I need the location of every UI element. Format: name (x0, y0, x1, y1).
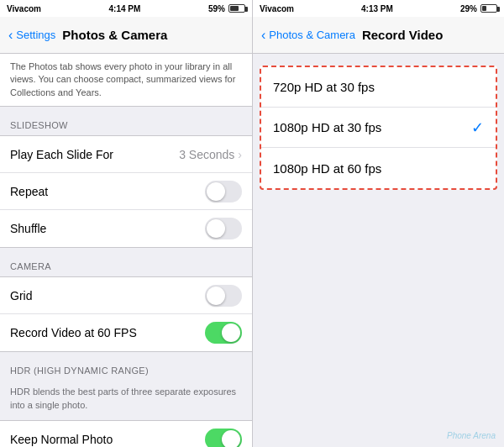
back-button-right[interactable]: ‹ Photos & Camera (261, 28, 355, 43)
toggle-repeat[interactable] (205, 181, 242, 202)
carrier-left: Vivacom (7, 4, 41, 13)
row-play-each-slide[interactable]: Play Each Slide For 3 Seconds › (0, 136, 252, 173)
row-grid: Grid (0, 277, 252, 314)
option-1080p-60[interactable]: 1080p HD at 60 fps (261, 148, 496, 188)
label-record-video-60fps: Record Video at 60 FPS (10, 326, 137, 339)
nav-bar-left: ‹ Settings Photos & Camera (0, 17, 252, 54)
toggle-shuffle[interactable] (205, 218, 242, 239)
option-720p[interactable]: 720p HD at 30 fps (261, 67, 496, 108)
content-left: The Photos tab shows every photo in your… (0, 54, 252, 447)
battery-percent-left: 59% (208, 4, 225, 13)
section-header-slideshow: SLIDESHOW (0, 107, 252, 135)
row-shuffle: Shuffle (0, 210, 252, 247)
hdr-note: HDR blends the best parts of three separ… (0, 381, 252, 420)
battery-fill-right (482, 6, 486, 11)
row-keep-normal-photo: Keep Normal Photo (0, 421, 252, 447)
toggle-thumb-repeat (207, 182, 225, 201)
record-video-options-group: 720p HD at 30 fps 1080p HD at 30 fps ✓ 1… (260, 66, 497, 190)
chevron-play-each-slide: › (238, 148, 242, 161)
battery-fill-left (230, 6, 239, 11)
label-play-each-slide: Play Each Slide For (10, 148, 113, 161)
hdr-group: Keep Normal Photo (0, 420, 252, 447)
label-1080p-30: 1080p HD at 30 fps (273, 120, 381, 134)
back-label-right: Photos & Camera (269, 29, 355, 41)
label-keep-normal-photo: Keep Normal Photo (10, 433, 113, 446)
battery-icon-left (228, 4, 245, 13)
back-label-left: Settings (16, 29, 55, 41)
battery-icon-right (480, 4, 497, 13)
toggle-grid[interactable] (205, 285, 242, 307)
back-button-left[interactable]: ‹ Settings (8, 28, 55, 43)
page-title-left: Photos & Camera (62, 28, 167, 42)
status-right-left: 59% (208, 4, 245, 13)
toggle-thumb-keep-normal (222, 430, 240, 447)
label-shuffle: Shuffle (10, 222, 46, 235)
row-repeat: Repeat (0, 173, 252, 210)
section-header-camera: CAMERA (0, 248, 252, 276)
toggle-keep-normal-photo[interactable] (205, 429, 242, 447)
watermark: Phone Arena (447, 431, 496, 440)
option-1080p-30[interactable]: 1080p HD at 30 fps ✓ (261, 108, 496, 148)
status-bar-right: Vivacom 4:13 PM 29% (253, 0, 504, 17)
battery-percent-right: 29% (460, 4, 477, 13)
camera-group: Grid Record Video at 60 FPS (0, 276, 252, 352)
checkmark-1080p-30: ✓ (471, 118, 484, 137)
label-grid: Grid (10, 289, 32, 302)
toggle-thumb-shuffle (207, 219, 225, 238)
carrier-right: Vivacom (260, 4, 294, 13)
nav-bar-right: ‹ Photos & Camera Record Video (253, 17, 504, 54)
label-repeat: Repeat (10, 185, 48, 198)
label-720p: 720p HD at 30 fps (273, 80, 375, 94)
label-1080p-60: 1080p HD at 60 fps (273, 161, 381, 176)
right-panel: Vivacom 4:13 PM 29% ‹ Photos & Camera Re… (252, 0, 504, 447)
description-text: The Photos tab shows every photo in your… (10, 60, 242, 99)
page-title-right: Record Video (362, 28, 443, 42)
back-chevron-right: ‹ (261, 28, 265, 43)
row-record-video-60fps: Record Video at 60 FPS (0, 314, 252, 351)
section-header-hdr: HDR (HIGH DYNAMIC RANGE) (0, 352, 252, 381)
toggle-thumb-record-video (222, 323, 240, 342)
toggle-thumb-grid (207, 287, 225, 305)
right-content: 720p HD at 30 fps 1080p HD at 30 fps ✓ 1… (253, 54, 504, 447)
description-block: The Photos tab shows every photo in your… (0, 54, 252, 107)
left-panel: Vivacom 4:14 PM 59% ‹ Settings Photos & … (0, 0, 252, 447)
time-left: 4:14 PM (109, 4, 141, 13)
toggle-record-video-60fps[interactable] (205, 322, 242, 344)
status-right-right: 29% (460, 4, 497, 13)
time-right: 4:13 PM (361, 4, 393, 13)
status-bar-left: Vivacom 4:14 PM 59% (0, 0, 252, 17)
back-chevron-left: ‹ (8, 28, 13, 43)
value-seconds: 3 Seconds (179, 148, 234, 161)
slideshow-group: Play Each Slide For 3 Seconds › Repeat S… (0, 135, 252, 248)
value-play-each-slide: 3 Seconds › (179, 148, 242, 161)
